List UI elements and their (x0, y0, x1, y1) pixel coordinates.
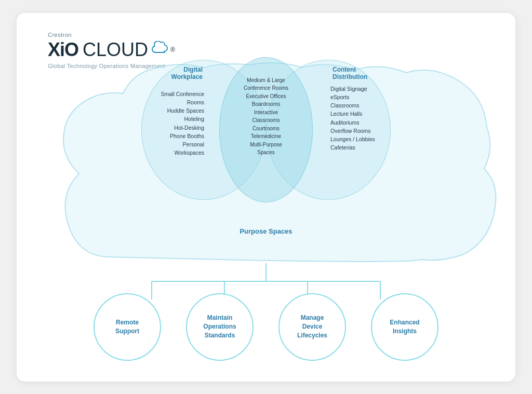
circle-enhanced-insights: Enhanced Insights (371, 293, 438, 361)
registered-mark: ® (170, 46, 175, 53)
content-distribution-items: Digital Signage eSports Classrooms Lectu… (330, 85, 393, 152)
circle-manage-device: Manage Device Lifecycles (278, 293, 346, 361)
digital-workplace-label: Digital Workplace (151, 66, 203, 80)
cloud-logo-icon (150, 41, 169, 55)
main-card: Crestron XiO CLOUD ® Global Technology O… (17, 13, 515, 382)
circle-maintain-operations: Maintain Operations Standards (186, 293, 254, 361)
circle-remote-support: Remote Support (94, 293, 161, 361)
brand-name: Crestron (48, 32, 175, 38)
bottom-circles-row: Remote Support Maintain Operations Stand… (17, 293, 515, 361)
purpose-spaces-label: Purpose Spaces (240, 227, 292, 235)
xio-text: XiO (48, 39, 78, 61)
center-overlap-items: Medium & Large Conference Rooms Executiv… (230, 76, 302, 157)
venn-diagram: Digital Workplace Content Distribution S… (121, 55, 411, 221)
digital-workplace-items: Small Conference Rooms Huddle Spaces Hot… (144, 90, 204, 157)
content-distribution-label: Content Distribution (332, 66, 390, 80)
